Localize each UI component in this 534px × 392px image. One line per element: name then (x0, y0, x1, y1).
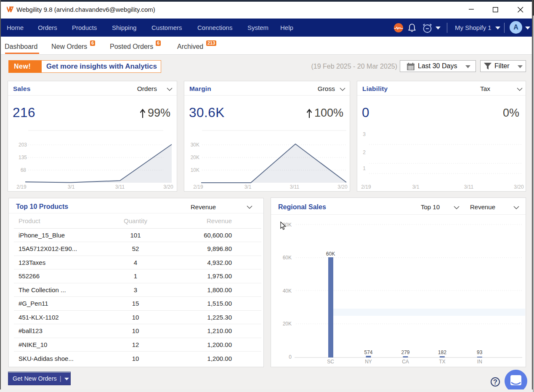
svg-text:2/19: 2/19 (193, 184, 203, 190)
svg-text:203: 203 (19, 142, 27, 148)
svg-text:3/11: 3/11 (290, 184, 300, 190)
svg-text:3/1: 3/1 (244, 184, 252, 190)
svg-text:574: 574 (364, 349, 372, 355)
svg-text:CA: CA (402, 359, 409, 365)
svg-text:2: 2 (363, 149, 366, 155)
svg-text:3/11: 3/11 (464, 184, 474, 190)
svg-text:68: 68 (21, 167, 27, 173)
svg-text:135: 135 (19, 155, 27, 160)
svg-text:3/1: 3/1 (412, 184, 420, 190)
svg-text:3/20: 3/20 (163, 184, 173, 190)
svg-text:3/11: 3/11 (115, 184, 125, 190)
svg-text:TX: TX (439, 359, 445, 365)
svg-text:20K: 20K (191, 155, 199, 160)
svg-text:0: 0 (289, 354, 292, 360)
svg-text:93: 93 (477, 349, 483, 355)
svg-text:20K: 20K (283, 321, 292, 327)
svg-text:2/19: 2/19 (16, 184, 27, 190)
svg-text:40K: 40K (283, 288, 292, 294)
svg-text:30K: 30K (191, 142, 199, 148)
svg-text:279: 279 (401, 349, 409, 355)
svg-text:60K: 60K (326, 251, 335, 257)
svg-text:3/20: 3/20 (337, 184, 348, 190)
svg-text:3/1: 3/1 (68, 184, 75, 190)
svg-text:2/19: 2/19 (361, 184, 371, 190)
svg-text:1: 1 (363, 165, 366, 171)
svg-text:3/20: 3/20 (514, 184, 524, 190)
svg-text:3: 3 (363, 131, 366, 137)
svg-text:182: 182 (438, 349, 446, 355)
svg-text:SC: SC (327, 359, 334, 365)
svg-text:60K: 60K (283, 255, 292, 261)
svg-text:NY: NY (365, 359, 372, 365)
svg-text:10K: 10K (191, 167, 199, 173)
svg-text:IN: IN (477, 359, 482, 365)
